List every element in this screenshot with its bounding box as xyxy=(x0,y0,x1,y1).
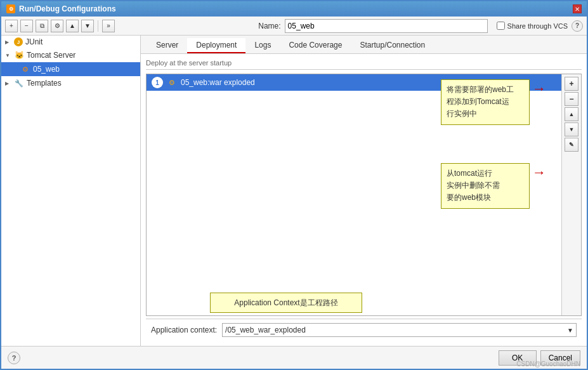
bottom-help-button[interactable]: ? xyxy=(8,352,20,364)
tooltip-context: Application Context是工程路径 xyxy=(210,293,362,313)
name-input[interactable] xyxy=(285,19,488,33)
move-up-button[interactable]: ▲ xyxy=(66,20,79,32)
tooltip-add: 将需要部署的web工 程添加到Tomcat运 行实例中 xyxy=(441,79,530,125)
bottom-bar: ? OK Cancel CSDN@GuochaoDHN xyxy=(1,346,587,369)
tooltip-remove: 从tomcat运行 实例中删除不需 要的web模块 xyxy=(441,163,530,209)
deploy-edit-button[interactable]: ✎ xyxy=(565,138,578,152)
deploy-list-area: 1 ⚙ 05_web:war exploded 将需要部署的web工 程添加到T… xyxy=(146,74,582,316)
deploy-down-button[interactable]: ▼ xyxy=(565,122,578,136)
help-button[interactable]: ? xyxy=(572,20,583,32)
copy-config-button[interactable]: ⧉ xyxy=(36,20,48,32)
context-value: /05_web_war_exploded xyxy=(225,326,306,334)
wrench-icon: 🔧 xyxy=(14,78,24,88)
tree-item-tomcat[interactable]: ▼ 🐱 Tomcat Server xyxy=(1,48,140,62)
tab-code-coverage[interactable]: Code Coverage xyxy=(280,38,351,53)
title-bar-left: ⚙ Run/Debug Configurations xyxy=(6,4,116,13)
tab-deployment[interactable]: Deployment xyxy=(187,38,245,53)
templates-label: Templates xyxy=(27,79,62,88)
arrow2: → xyxy=(532,164,546,181)
context-label: Application context: xyxy=(151,326,217,334)
tree-item-junit[interactable]: ▶ J JUnit xyxy=(1,36,140,48)
add-config-button[interactable]: + xyxy=(5,20,18,32)
toolbar: + − ⧉ ⚙ ▲ ▼ » Name: Share through VCS ? xyxy=(1,17,587,36)
right-panel: Server Deployment Logs Code Coverage Sta… xyxy=(141,36,587,346)
templates-arrow: ▶ xyxy=(5,81,11,86)
tabs-bar: Server Deployment Logs Code Coverage Sta… xyxy=(141,36,587,54)
tab-startup-connection[interactable]: Startup/Connection xyxy=(351,38,434,53)
window-title: Run/Debug Configurations xyxy=(19,4,116,13)
main-content: ▶ J JUnit ▼ 🐱 Tomcat Server ⚙ 05_web ▶ 🔧… xyxy=(1,36,587,346)
deploy-num: 1 xyxy=(152,77,163,88)
share-checkbox[interactable]: Share through VCS xyxy=(497,22,568,30)
tomcat-icon: 🐱 xyxy=(14,50,24,60)
share-vcs-label: Share through VCS xyxy=(507,22,568,30)
arrow1: → xyxy=(532,81,546,97)
left-panel: ▶ J JUnit ▼ 🐱 Tomcat Server ⚙ 05_web ▶ 🔧… xyxy=(1,36,141,346)
tomcat-label: Tomcat Server xyxy=(27,51,75,60)
tab-logs[interactable]: Logs xyxy=(245,38,280,53)
web-config-label: 05_web xyxy=(33,65,60,74)
close-button[interactable]: ✕ xyxy=(573,4,582,13)
name-label: Name: xyxy=(258,22,280,30)
context-input[interactable]: /05_web_war_exploded ▼ xyxy=(222,323,577,337)
add-deploy-button[interactable]: + xyxy=(565,77,578,91)
deploy-item-name: 05_web:war exploded xyxy=(181,78,255,87)
deploy-item-icon: ⚙ xyxy=(167,77,177,88)
context-row: Application context: /05_web_war_explode… xyxy=(146,319,582,341)
main-window: ⚙ Run/Debug Configurations ✕ + − ⧉ ⚙ ▲ ▼… xyxy=(0,0,588,370)
deploy-up-button[interactable]: ▲ xyxy=(565,107,578,121)
share-vcs-checkbox[interactable] xyxy=(497,22,505,30)
settings-config-button[interactable]: ⚙ xyxy=(51,20,63,32)
deploy-label: Deploy at the server startup xyxy=(146,59,582,70)
title-bar: ⚙ Run/Debug Configurations ✕ xyxy=(1,1,587,17)
remove-deploy-button[interactable]: − xyxy=(565,92,578,106)
junit-icon: J xyxy=(14,37,23,46)
junit-label: JUnit xyxy=(25,37,42,46)
panel-content: Deploy at the server startup 1 ⚙ 05_web:… xyxy=(141,54,587,346)
more-button[interactable]: » xyxy=(102,20,115,32)
toolbar-separator xyxy=(98,20,98,32)
tab-server[interactable]: Server xyxy=(147,38,187,53)
config-icon: ⚙ xyxy=(20,64,30,74)
context-dropdown-icon: ▼ xyxy=(567,327,573,334)
move-down-button[interactable]: ▼ xyxy=(81,20,94,32)
name-section: Name: Share through VCS ? xyxy=(258,19,583,33)
remove-config-button[interactable]: − xyxy=(20,20,33,32)
side-buttons: + − ▲ ▼ ✎ xyxy=(561,74,581,315)
window-icon: ⚙ xyxy=(6,4,15,13)
tree-item-web-config[interactable]: ⚙ 05_web xyxy=(1,62,140,76)
watermark: CSDN@GuochaoDHN xyxy=(516,360,580,367)
tomcat-arrow: ▼ xyxy=(5,53,11,58)
tree-item-templates[interactable]: ▶ 🔧 Templates xyxy=(1,76,140,90)
junit-arrow: ▶ xyxy=(5,39,11,45)
